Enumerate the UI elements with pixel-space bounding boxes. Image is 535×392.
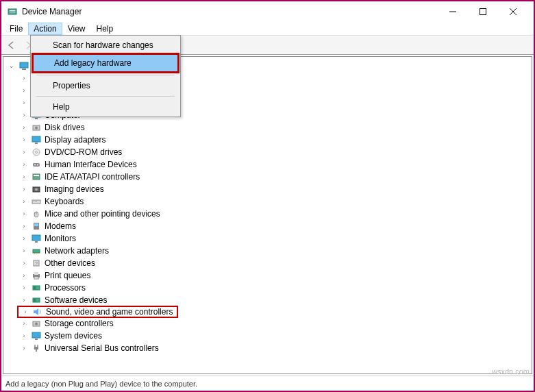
chevron-right-icon[interactable]: › [20, 222, 28, 230]
tree-item[interactable]: ›Print queues [17, 269, 530, 282]
chevron-right-icon[interactable]: › [20, 160, 28, 169]
svg-rect-56 [34, 347, 38, 350]
chevron-right-icon[interactable]: › [20, 148, 28, 156]
chevron-right-icon[interactable]: › [20, 136, 28, 144]
tree-item-label: IDE ATA/ATAPI controllers [45, 172, 140, 182]
menu-help[interactable]: Help [91, 23, 119, 35]
svg-rect-40 [34, 253, 35, 254]
tree-item[interactable]: ›System devices [17, 330, 530, 342]
device-icon [31, 318, 42, 329]
tree-item-label: Other devices [45, 258, 95, 268]
chevron-right-icon[interactable]: › [20, 86, 28, 95]
chevron-right-icon[interactable]: › [20, 247, 28, 255]
device-icon [31, 147, 42, 158]
svg-rect-45 [34, 272, 38, 275]
device-icon [31, 270, 42, 281]
device-icon [31, 282, 42, 293]
dropdown-separator [36, 75, 175, 75]
chevron-right-icon[interactable]: › [20, 74, 28, 82]
tree-item[interactable]: ›Universal Serial Bus controllers [17, 342, 530, 354]
chevron-right-icon[interactable]: › [20, 234, 28, 243]
tree-item-label: Keyboards [45, 197, 84, 206]
svg-point-24 [37, 164, 38, 166]
back-button[interactable] [4, 38, 19, 53]
svg-rect-41 [38, 253, 38, 254]
svg-rect-50 [34, 299, 36, 302]
svg-rect-4 [480, 9, 486, 15]
svg-rect-39 [33, 249, 40, 253]
tree-item[interactable]: ›Human Interface Devices [17, 158, 530, 171]
chevron-right-icon[interactable]: › [20, 111, 28, 119]
chevron-right-icon[interactable]: › [20, 99, 28, 107]
svg-text:?: ? [35, 260, 38, 267]
tree-item[interactable]: ›IDE ATA/ATAPI controllers [17, 171, 530, 183]
chevron-right-icon[interactable]: › [20, 173, 28, 181]
svg-rect-1 [10, 10, 15, 11]
device-icon [31, 343, 42, 354]
device-icon [31, 221, 42, 232]
dropdown-add-legacy[interactable]: Add legacy hardware [32, 53, 179, 73]
device-icon [32, 306, 43, 317]
chevron-right-icon[interactable]: › [20, 284, 28, 292]
tree-item-label: Modems [45, 221, 76, 231]
tree-item[interactable]: ›Processors [17, 282, 530, 294]
chevron-right-icon[interactable]: › [20, 344, 28, 352]
tree-item[interactable]: ›Mice and other pointing devices [17, 208, 530, 220]
close-button[interactable] [498, 1, 528, 22]
tree-item[interactable]: ›Network adapters [17, 245, 530, 257]
chevron-right-icon[interactable]: › [20, 123, 28, 132]
tree-item-label: Disk drives [45, 123, 85, 132]
tree-item-label: Imaging devices [45, 184, 104, 194]
svg-rect-26 [34, 175, 39, 176]
tree-item[interactable]: ›Software devices [17, 294, 530, 306]
dropdown-help[interactable]: Help [32, 99, 179, 115]
tree-item[interactable]: ›Sound, video and game controllers [17, 306, 178, 318]
svg-rect-8 [22, 69, 26, 70]
menu-view[interactable]: View [62, 23, 91, 35]
tree-item-label: Network adapters [45, 246, 109, 256]
chevron-right-icon[interactable]: › [20, 271, 28, 280]
minimize-button[interactable] [438, 1, 468, 22]
tree-item[interactable]: ›Keyboards [17, 195, 530, 208]
svg-rect-30 [34, 201, 34, 201]
chevron-right-icon[interactable]: › [20, 185, 28, 193]
tree-item-label: Display adapters [45, 135, 105, 145]
svg-rect-36 [34, 223, 38, 226]
tree-item-label: Processors [45, 283, 86, 293]
svg-rect-32 [36, 201, 37, 201]
menu-action[interactable]: Action [28, 23, 62, 35]
svg-rect-46 [34, 277, 38, 279]
dropdown-scan[interactable]: Scan for hardware changes [32, 37, 179, 53]
menubar: File Action View Help [1, 22, 534, 36]
action-dropdown: Scan for hardware changes Add legacy har… [30, 35, 181, 117]
menu-file[interactable]: File [4, 23, 28, 35]
chevron-right-icon[interactable]: › [20, 332, 28, 340]
window-controls [438, 1, 528, 22]
svg-point-53 [35, 323, 38, 326]
app-icon [7, 6, 18, 17]
tree-item[interactable]: ›Display adapters [17, 134, 530, 146]
chevron-right-icon[interactable]: › [20, 197, 28, 206]
tree-item[interactable]: ›Disk drives [17, 121, 530, 134]
svg-point-21 [36, 151, 38, 154]
status-text: Add a legacy (non Plug and Play) device … [5, 380, 197, 388]
tree-item[interactable]: ›Imaging devices [17, 183, 530, 195]
tree-item[interactable]: ›Storage controllers [17, 317, 530, 330]
device-icon [31, 295, 42, 306]
chevron-right-icon[interactable]: › [20, 259, 28, 267]
tree-item[interactable]: ›DVD/CD-ROM drives [17, 146, 530, 158]
device-icon: ? [31, 258, 42, 269]
chevron-right-icon[interactable]: › [21, 308, 29, 316]
dropdown-properties[interactable]: Properties [32, 77, 179, 94]
tree-item[interactable]: ›Monitors [17, 232, 530, 245]
chevron-right-icon[interactable]: › [20, 319, 28, 328]
svg-rect-55 [35, 339, 38, 340]
svg-rect-18 [32, 136, 40, 142]
chevron-down-icon[interactable]: ⌄ [8, 62, 16, 70]
chevron-right-icon[interactable]: › [20, 296, 28, 304]
chevron-right-icon[interactable]: › [20, 210, 28, 218]
tree-item[interactable]: ›?Other devices [17, 257, 530, 269]
device-icon [31, 245, 42, 256]
tree-item[interactable]: ›Modems [17, 220, 530, 232]
maximize-button[interactable] [468, 1, 498, 22]
